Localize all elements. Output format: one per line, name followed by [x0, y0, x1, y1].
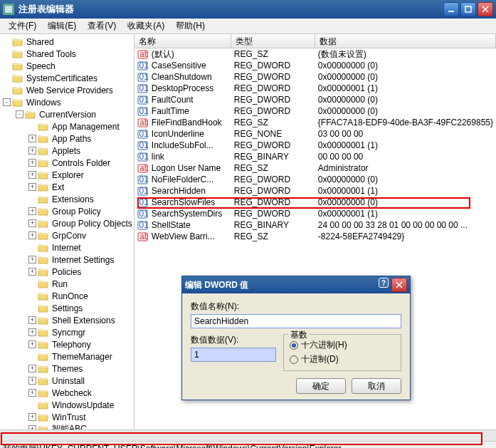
value-row[interactable]: 011SearchSystemDirsREG_DWORD0x00000001 (… — [134, 208, 496, 219]
menu-favorites[interactable]: 收藏夹(A) — [122, 19, 170, 33]
tree-label[interactable]: Windows — [25, 98, 63, 108]
value-row[interactable]: 011linkREG_BINARY00 00 00 00 — [134, 151, 496, 162]
dialog-close-button[interactable] — [391, 278, 407, 292]
expand-icon[interactable]: + — [28, 389, 36, 397]
value-row[interactable]: abFileFindBandHookREG_SZ{FFAC7A18-EDF9-4… — [134, 117, 496, 128]
menu-edit[interactable]: 编辑(E) — [42, 19, 82, 33]
tree-label[interactable]: Shell Extensions — [51, 316, 117, 325]
expand-icon[interactable]: + — [28, 268, 36, 276]
value-row[interactable]: abLogon User NameREG_SZAdministrator — [134, 162, 496, 174]
tree-node[interactable]: -CurrentVersion — [0, 108, 134, 120]
tree-node[interactable]: +WinTrust — [0, 411, 134, 423]
tree-label[interactable]: Shared Tools — [25, 49, 78, 59]
tree-node[interactable]: +Applets — [0, 145, 134, 157]
tree-node[interactable]: Shared — [0, 36, 134, 48]
tree-label[interactable]: WindowsUpdate — [51, 400, 115, 410]
tree-label[interactable]: Telephony — [51, 340, 93, 350]
tree-pane[interactable]: SharedShared ToolsSpeechSystemCertificat… — [0, 34, 134, 429]
value-row[interactable]: 011DesktopProcessREG_DWORD0x00000001 (1) — [134, 83, 496, 94]
expand-icon[interactable]: + — [28, 340, 36, 348]
tree-label[interactable]: Applets — [51, 146, 82, 156]
value-row[interactable]: 011SearchSlowFilesREG_DWORD0x00000000 (0… — [134, 197, 496, 208]
tree-node[interactable]: Speech — [0, 60, 134, 72]
value-row[interactable]: 011IncludeSubFol...REG_DWORD0x00000001 (… — [134, 140, 496, 151]
value-row[interactable]: 011IconUnderlineREG_NONE03 00 00 00 — [134, 128, 496, 140]
tree-label[interactable]: Run — [51, 279, 69, 289]
tree-node[interactable]: SystemCertificates — [0, 72, 134, 84]
tree-node[interactable]: +Telephony — [0, 338, 134, 350]
collapse-icon[interactable]: - — [3, 98, 11, 106]
tree-label[interactable]: Internet — [51, 243, 83, 253]
value-row[interactable]: 011FaultCountREG_DWORD0x00000000 (0) — [134, 94, 496, 105]
expand-icon[interactable]: + — [28, 425, 36, 429]
tree-node[interactable]: +Explorer — [0, 169, 134, 181]
tree-label[interactable]: Settings — [51, 303, 84, 313]
expand-icon[interactable]: + — [28, 219, 36, 227]
menu-view[interactable]: 查看(V) — [82, 19, 122, 33]
tree-label[interactable]: Themes — [51, 364, 84, 374]
value-data-input[interactable] — [191, 348, 276, 362]
tree-node[interactable]: +Controls Folder — [0, 157, 134, 169]
cancel-button[interactable]: 取消 — [352, 378, 401, 394]
expand-icon[interactable]: + — [28, 316, 36, 324]
tree-label[interactable]: Webcheck — [51, 388, 93, 398]
tree-node[interactable]: Extensions — [0, 193, 134, 205]
menu-file[interactable]: 文件(F) — [3, 19, 42, 33]
tree-node[interactable]: +智能ABC — [0, 423, 134, 429]
dialog-titlebar[interactable]: 编辑 DWORD 值 ? — [182, 276, 410, 293]
tree-label[interactable]: Explorer — [51, 170, 85, 180]
tree-label[interactable]: Group Policy — [51, 207, 102, 217]
tree-label[interactable]: Web Service Providers — [25, 85, 115, 95]
value-row[interactable]: ab(默认)REG_SZ(数值未设置) — [134, 48, 496, 60]
tree-node[interactable]: +Syncmgr — [0, 326, 134, 338]
tree-node[interactable]: Internet — [0, 241, 134, 254]
tree-label[interactable]: Speech — [25, 61, 57, 71]
tree-label[interactable]: 智能ABC — [51, 423, 88, 429]
value-name-input[interactable] — [191, 314, 401, 328]
close-button[interactable] — [477, 2, 493, 16]
tree-label[interactable]: ThemeManager — [51, 352, 114, 362]
col-name[interactable]: 名称 — [134, 34, 231, 48]
maximize-button[interactable] — [460, 2, 476, 16]
tree-label[interactable]: App Paths — [51, 134, 93, 144]
tree-node[interactable]: +Webcheck — [0, 387, 134, 399]
value-row[interactable]: 011SearchHiddenREG_DWORD0x00000001 (1) — [134, 185, 496, 197]
tree-label[interactable]: GrpConv — [51, 231, 88, 241]
tree-node[interactable]: RunOnce — [0, 290, 134, 302]
value-row[interactable]: 011CleanShutdownREG_DWORD0x00000000 (0) — [134, 71, 496, 83]
expand-icon[interactable]: + — [28, 135, 36, 142]
tree-label[interactable]: Shared — [25, 37, 56, 47]
expand-icon[interactable]: + — [28, 207, 36, 215]
tree-label[interactable]: Group Policy Objects — [51, 219, 134, 229]
tree-node[interactable]: +Themes — [0, 363, 134, 375]
value-row[interactable]: 011ShellStateREG_BINARY24 00 00 00 33 28… — [134, 219, 496, 231]
tree-node[interactable]: App Management — [0, 120, 134, 132]
tree-label[interactable]: App Management — [51, 122, 121, 132]
value-row[interactable]: 011NoFileFolderC...REG_DWORD0x00000000 (… — [134, 174, 496, 185]
tree-label[interactable]: CurrentVersion — [38, 110, 97, 120]
tree-label[interactable]: WinTrust — [51, 412, 88, 422]
col-type[interactable]: 类型 — [231, 34, 315, 48]
expand-icon[interactable]: + — [28, 377, 36, 385]
value-row[interactable]: 011CaseSensitiveREG_DWORD0x00000000 (0) — [134, 60, 496, 71]
tree-node[interactable]: Web Service Providers — [0, 84, 134, 96]
tree-node[interactable]: +Uninstall — [0, 375, 134, 387]
value-row[interactable]: abWebView Barri...REG_SZ-8224-58EFA27494… — [134, 231, 496, 242]
col-data[interactable]: 数据 — [315, 34, 496, 48]
expand-icon[interactable]: + — [28, 365, 36, 373]
tree-node[interactable]: +Group Policy Objects — [0, 217, 134, 229]
tree-node[interactable]: +Ext — [0, 181, 134, 193]
tree-node[interactable]: ThemeManager — [0, 350, 134, 363]
expand-icon[interactable]: + — [28, 147, 36, 155]
tree-node[interactable]: Shared Tools — [0, 48, 134, 60]
tree-node[interactable]: +Internet Settings — [0, 254, 134, 266]
value-row[interactable]: 011FaultTimeREG_DWORD0x00000000 (0) — [134, 105, 496, 117]
tree-label[interactable]: Extensions — [51, 194, 95, 204]
expand-icon[interactable]: + — [28, 328, 36, 336]
tree-node[interactable]: +GrpConv — [0, 229, 134, 241]
expand-icon[interactable]: + — [28, 159, 36, 167]
tree-label[interactable]: RunOnce — [51, 291, 90, 301]
minimize-button[interactable] — [443, 2, 459, 16]
tree-node[interactable]: Run — [0, 278, 134, 290]
tree-label[interactable]: Policies — [51, 267, 83, 277]
